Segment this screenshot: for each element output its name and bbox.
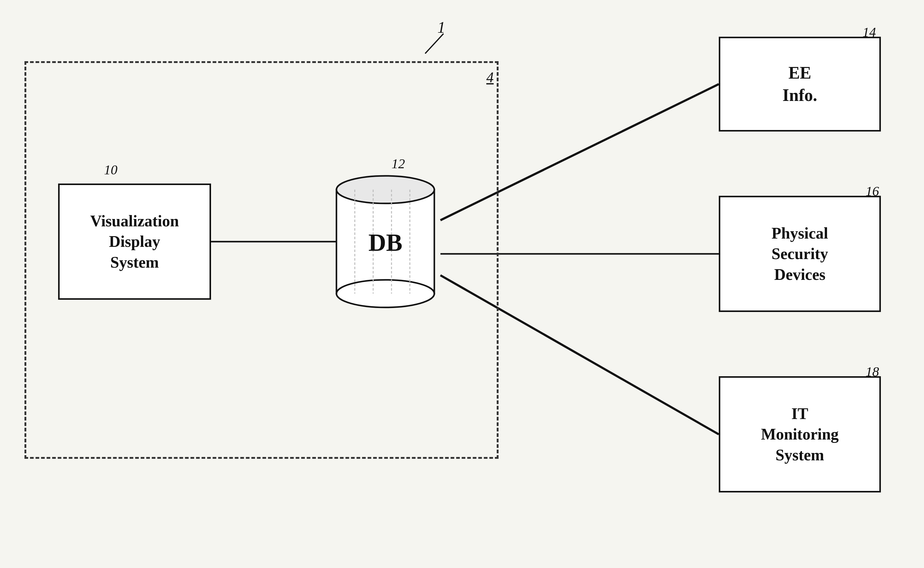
- svg-point-7: [337, 176, 434, 203]
- label-vds-10: 10: [104, 162, 118, 178]
- db-cylinder: DB: [330, 171, 441, 312]
- svg-line-4: [425, 34, 444, 53]
- visualization-display-system-box: VisualizationDisplaySystem: [58, 184, 211, 300]
- svg-point-6: [337, 280, 434, 307]
- label-db-12: 12: [391, 156, 405, 172]
- physical-security-devices-box: PhysicalSecurityDevices: [719, 196, 881, 312]
- it-monitoring-system-label: ITMonitoringSystem: [761, 403, 839, 465]
- visualization-display-system-label: VisualizationDisplaySystem: [90, 211, 179, 273]
- it-monitoring-system-box: ITMonitoringSystem: [719, 376, 881, 492]
- ee-info-label: EEInfo.: [782, 62, 817, 106]
- ee-info-box: EEInfo.: [719, 37, 881, 131]
- svg-text:DB: DB: [368, 229, 402, 256]
- diagram: 1 4 10 VisualizationDisplaySystem 12 DB …: [0, 0, 924, 568]
- label-boundary-4: 4: [486, 69, 494, 86]
- label-diagram-1: 1: [437, 18, 445, 36]
- physical-security-devices-label: PhysicalSecurityDevices: [772, 223, 828, 285]
